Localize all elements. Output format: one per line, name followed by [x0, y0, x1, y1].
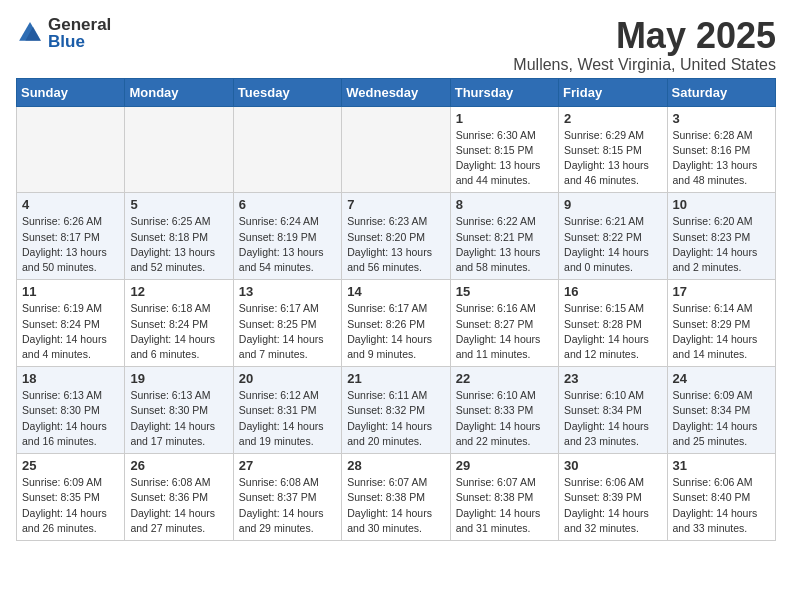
day-info: Sunrise: 6:22 AMSunset: 8:21 PMDaylight:…	[456, 214, 553, 275]
calendar-day: 31Sunrise: 6:06 AMSunset: 8:40 PMDayligh…	[667, 454, 775, 541]
day-info: Sunrise: 6:17 AMSunset: 8:25 PMDaylight:…	[239, 301, 336, 362]
day-number: 14	[347, 284, 444, 299]
logo-general: General	[48, 16, 111, 33]
calendar-day	[233, 106, 341, 193]
day-number: 8	[456, 197, 553, 212]
day-info: Sunrise: 6:19 AMSunset: 8:24 PMDaylight:…	[22, 301, 119, 362]
calendar-day: 15Sunrise: 6:16 AMSunset: 8:27 PMDayligh…	[450, 280, 558, 367]
calendar-header-tuesday: Tuesday	[233, 78, 341, 106]
calendar-day: 21Sunrise: 6:11 AMSunset: 8:32 PMDayligh…	[342, 367, 450, 454]
calendar-day: 9Sunrise: 6:21 AMSunset: 8:22 PMDaylight…	[559, 193, 667, 280]
day-info: Sunrise: 6:20 AMSunset: 8:23 PMDaylight:…	[673, 214, 770, 275]
day-number: 9	[564, 197, 661, 212]
calendar-day: 10Sunrise: 6:20 AMSunset: 8:23 PMDayligh…	[667, 193, 775, 280]
page-header: General Blue May 2025 Mullens, West Virg…	[16, 16, 776, 74]
calendar-week-row: 11Sunrise: 6:19 AMSunset: 8:24 PMDayligh…	[17, 280, 776, 367]
day-number: 23	[564, 371, 661, 386]
calendar-day: 22Sunrise: 6:10 AMSunset: 8:33 PMDayligh…	[450, 367, 558, 454]
calendar-day	[125, 106, 233, 193]
calendar-day: 12Sunrise: 6:18 AMSunset: 8:24 PMDayligh…	[125, 280, 233, 367]
day-info: Sunrise: 6:17 AMSunset: 8:26 PMDaylight:…	[347, 301, 444, 362]
title-block: May 2025 Mullens, West Virginia, United …	[513, 16, 776, 74]
calendar-day: 19Sunrise: 6:13 AMSunset: 8:30 PMDayligh…	[125, 367, 233, 454]
day-number: 7	[347, 197, 444, 212]
logo-blue: Blue	[48, 33, 111, 50]
calendar-week-row: 25Sunrise: 6:09 AMSunset: 8:35 PMDayligh…	[17, 454, 776, 541]
calendar-day: 29Sunrise: 6:07 AMSunset: 8:38 PMDayligh…	[450, 454, 558, 541]
day-number: 25	[22, 458, 119, 473]
day-number: 21	[347, 371, 444, 386]
day-info: Sunrise: 6:08 AMSunset: 8:36 PMDaylight:…	[130, 475, 227, 536]
day-info: Sunrise: 6:11 AMSunset: 8:32 PMDaylight:…	[347, 388, 444, 449]
day-number: 13	[239, 284, 336, 299]
day-info: Sunrise: 6:09 AMSunset: 8:34 PMDaylight:…	[673, 388, 770, 449]
calendar-day	[17, 106, 125, 193]
day-number: 6	[239, 197, 336, 212]
day-info: Sunrise: 6:10 AMSunset: 8:33 PMDaylight:…	[456, 388, 553, 449]
day-info: Sunrise: 6:13 AMSunset: 8:30 PMDaylight:…	[22, 388, 119, 449]
day-number: 29	[456, 458, 553, 473]
day-info: Sunrise: 6:10 AMSunset: 8:34 PMDaylight:…	[564, 388, 661, 449]
day-info: Sunrise: 6:07 AMSunset: 8:38 PMDaylight:…	[347, 475, 444, 536]
calendar-day: 7Sunrise: 6:23 AMSunset: 8:20 PMDaylight…	[342, 193, 450, 280]
day-number: 16	[564, 284, 661, 299]
day-info: Sunrise: 6:16 AMSunset: 8:27 PMDaylight:…	[456, 301, 553, 362]
calendar-table: SundayMondayTuesdayWednesdayThursdayFrid…	[16, 78, 776, 541]
calendar-day: 18Sunrise: 6:13 AMSunset: 8:30 PMDayligh…	[17, 367, 125, 454]
calendar-day: 28Sunrise: 6:07 AMSunset: 8:38 PMDayligh…	[342, 454, 450, 541]
location: Mullens, West Virginia, United States	[513, 56, 776, 74]
day-info: Sunrise: 6:29 AMSunset: 8:15 PMDaylight:…	[564, 128, 661, 189]
day-info: Sunrise: 6:14 AMSunset: 8:29 PMDaylight:…	[673, 301, 770, 362]
day-info: Sunrise: 6:23 AMSunset: 8:20 PMDaylight:…	[347, 214, 444, 275]
day-number: 2	[564, 111, 661, 126]
calendar-day: 25Sunrise: 6:09 AMSunset: 8:35 PMDayligh…	[17, 454, 125, 541]
day-number: 3	[673, 111, 770, 126]
calendar-day: 17Sunrise: 6:14 AMSunset: 8:29 PMDayligh…	[667, 280, 775, 367]
day-number: 31	[673, 458, 770, 473]
calendar-day: 1Sunrise: 6:30 AMSunset: 8:15 PMDaylight…	[450, 106, 558, 193]
calendar-header-monday: Monday	[125, 78, 233, 106]
day-info: Sunrise: 6:24 AMSunset: 8:19 PMDaylight:…	[239, 214, 336, 275]
calendar-header-row: SundayMondayTuesdayWednesdayThursdayFrid…	[17, 78, 776, 106]
day-number: 15	[456, 284, 553, 299]
calendar-day: 5Sunrise: 6:25 AMSunset: 8:18 PMDaylight…	[125, 193, 233, 280]
calendar-day: 16Sunrise: 6:15 AMSunset: 8:28 PMDayligh…	[559, 280, 667, 367]
calendar-day: 14Sunrise: 6:17 AMSunset: 8:26 PMDayligh…	[342, 280, 450, 367]
day-number: 24	[673, 371, 770, 386]
day-info: Sunrise: 6:26 AMSunset: 8:17 PMDaylight:…	[22, 214, 119, 275]
calendar-header-saturday: Saturday	[667, 78, 775, 106]
calendar-day: 13Sunrise: 6:17 AMSunset: 8:25 PMDayligh…	[233, 280, 341, 367]
day-number: 30	[564, 458, 661, 473]
day-info: Sunrise: 6:30 AMSunset: 8:15 PMDaylight:…	[456, 128, 553, 189]
day-info: Sunrise: 6:12 AMSunset: 8:31 PMDaylight:…	[239, 388, 336, 449]
day-info: Sunrise: 6:08 AMSunset: 8:37 PMDaylight:…	[239, 475, 336, 536]
day-number: 18	[22, 371, 119, 386]
calendar-header-sunday: Sunday	[17, 78, 125, 106]
day-number: 12	[130, 284, 227, 299]
calendar-day	[342, 106, 450, 193]
day-number: 20	[239, 371, 336, 386]
calendar-day: 20Sunrise: 6:12 AMSunset: 8:31 PMDayligh…	[233, 367, 341, 454]
day-number: 28	[347, 458, 444, 473]
month-title: May 2025	[513, 16, 776, 56]
calendar-day: 3Sunrise: 6:28 AMSunset: 8:16 PMDaylight…	[667, 106, 775, 193]
day-number: 22	[456, 371, 553, 386]
day-info: Sunrise: 6:13 AMSunset: 8:30 PMDaylight:…	[130, 388, 227, 449]
day-number: 26	[130, 458, 227, 473]
logo-text: General Blue	[48, 16, 111, 50]
day-info: Sunrise: 6:07 AMSunset: 8:38 PMDaylight:…	[456, 475, 553, 536]
day-number: 17	[673, 284, 770, 299]
logo-icon	[16, 19, 44, 47]
calendar-day: 30Sunrise: 6:06 AMSunset: 8:39 PMDayligh…	[559, 454, 667, 541]
day-number: 4	[22, 197, 119, 212]
day-number: 1	[456, 111, 553, 126]
day-info: Sunrise: 6:18 AMSunset: 8:24 PMDaylight:…	[130, 301, 227, 362]
calendar-day: 26Sunrise: 6:08 AMSunset: 8:36 PMDayligh…	[125, 454, 233, 541]
logo: General Blue	[16, 16, 111, 50]
day-number: 10	[673, 197, 770, 212]
day-info: Sunrise: 6:06 AMSunset: 8:40 PMDaylight:…	[673, 475, 770, 536]
calendar-day: 8Sunrise: 6:22 AMSunset: 8:21 PMDaylight…	[450, 193, 558, 280]
calendar-header-wednesday: Wednesday	[342, 78, 450, 106]
calendar-day: 11Sunrise: 6:19 AMSunset: 8:24 PMDayligh…	[17, 280, 125, 367]
day-number: 11	[22, 284, 119, 299]
